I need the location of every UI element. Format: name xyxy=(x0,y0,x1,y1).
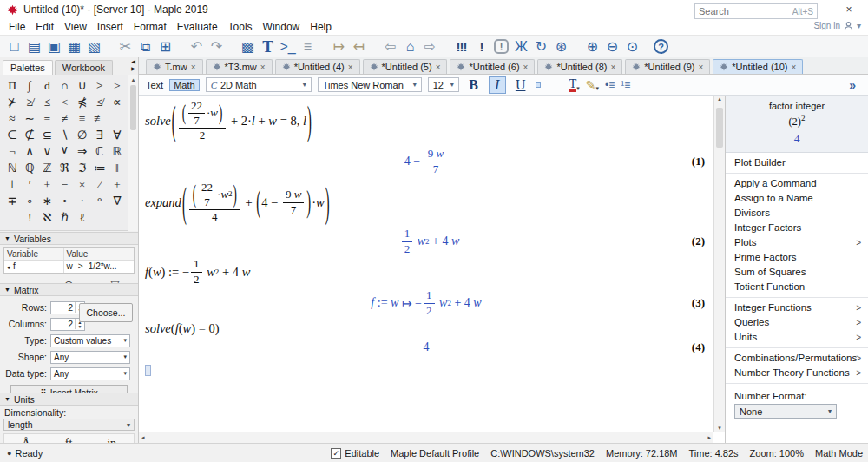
palette-symbol[interactable]: ⇒ xyxy=(74,143,91,160)
help-icon[interactable]: ? xyxy=(654,39,668,54)
palette-symbol[interactable]: ℝ xyxy=(108,143,126,160)
palette-symbol[interactable]: ⊥ xyxy=(3,176,21,193)
palette-symbol[interactable]: ∖ xyxy=(56,127,73,143)
new-document-icon[interactable]: □ xyxy=(4,36,24,56)
value-column-header[interactable]: Value xyxy=(64,248,134,260)
palette-symbol[interactable]: ≰ xyxy=(91,94,108,110)
context-menu-item[interactable]: Number Theory Functions > xyxy=(726,366,868,380)
numbered-list-button[interactable]: ¹≡ xyxy=(621,79,630,91)
palette-symbol[interactable]: ∫ xyxy=(21,77,38,94)
undo-icon[interactable]: ↶ xyxy=(187,36,207,56)
palette-symbol[interactable]: ⊻ xyxy=(56,143,73,160)
execute-group-icon[interactable]: ▩ xyxy=(238,36,258,56)
palette-symbol[interactable]: ≠ xyxy=(56,110,73,127)
palette-symbol[interactable]: ± xyxy=(108,176,126,193)
context-menu-item[interactable]: Apply a Command xyxy=(726,176,868,191)
context-menu-item[interactable]: Plots > xyxy=(726,235,868,250)
palette-symbol[interactable]: ⋅ xyxy=(74,193,91,209)
scroll-left-icon[interactable]: ◂ xyxy=(141,434,145,441)
collapse-left-icon[interactable]: ◀ xyxy=(131,58,135,64)
context-menu-item[interactable]: Plot Builder xyxy=(726,155,868,170)
context-menu-item[interactable]: Combinations/Permutations > xyxy=(726,351,868,366)
menu-item[interactable]: Help xyxy=(305,20,337,34)
indent-icon[interactable]: ↦ xyxy=(329,36,349,56)
palette-symbol[interactable]: ∪ xyxy=(74,77,91,94)
align-center-button[interactable] xyxy=(547,82,552,88)
palette-symbol[interactable]: ∨ xyxy=(38,143,56,160)
menu-item[interactable]: File xyxy=(3,20,30,34)
bullet-list-button[interactable]: •≡ xyxy=(605,79,615,91)
math-mode-button[interactable]: Math xyxy=(169,79,199,91)
tab-palettes[interactable]: Palettes xyxy=(3,60,53,75)
palette-symbol[interactable] xyxy=(108,209,126,226)
palette-symbol[interactable]: ℂ xyxy=(91,143,108,160)
close-button[interactable]: × xyxy=(830,0,868,19)
palette-symbol[interactable]: ¬ xyxy=(3,143,21,160)
execute-icon[interactable]: ! xyxy=(471,36,491,56)
context-menu-item[interactable]: Divisors xyxy=(726,206,868,221)
context-menu-item[interactable]: Prime Factors xyxy=(726,250,868,265)
palette-symbol[interactable]: ∩ xyxy=(56,77,73,94)
palette-symbol[interactable]: ∀ xyxy=(108,127,126,143)
palette-symbol[interactable]: ∅ xyxy=(74,127,91,143)
palette-symbol[interactable]: ℜ xyxy=(56,160,73,176)
palette-symbol[interactable]: ℤ xyxy=(38,160,56,176)
palette-symbol[interactable]: − xyxy=(56,176,73,193)
palette-symbol[interactable]: ≢ xyxy=(91,110,108,127)
palette-symbol[interactable]: ! xyxy=(21,209,38,226)
menu-item[interactable]: Edit xyxy=(30,20,59,34)
forward-icon[interactable]: ⇨ xyxy=(420,36,440,56)
restart-icon[interactable]: ↻ xyxy=(531,36,551,56)
palette-scrollbar[interactable]: ▴ xyxy=(128,75,138,231)
tab-close-icon[interactable]: × xyxy=(191,63,196,72)
math-input-2[interactable]: expand((227·w2)4 + (4 − 9 w7)·w) xyxy=(139,177,713,228)
palette-symbol[interactable]: × xyxy=(74,176,91,193)
palette-symbol[interactable]: ℑ xyxy=(74,160,91,176)
zoom-out-icon[interactable]: ⊖ xyxy=(602,36,622,56)
zoom-in-icon[interactable]: ⊕ xyxy=(582,36,602,56)
bold-button[interactable]: B xyxy=(465,77,483,93)
scroll-right-icon[interactable]: ▸ xyxy=(707,434,711,441)
back-icon[interactable]: ⇦ xyxy=(380,36,400,56)
context-menu-item[interactable]: Units > xyxy=(726,330,868,345)
collapse-right-icon[interactable]: ▶ xyxy=(131,65,135,71)
open-file-icon[interactable]: ▤ xyxy=(24,36,44,56)
palette-symbol[interactable]: ∕ xyxy=(91,176,108,193)
document-tab[interactable]: *Untitled (5) × xyxy=(363,59,448,74)
palette-symbol[interactable]: ∇ xyxy=(108,193,126,209)
palette-symbol[interactable]: ≡ xyxy=(74,110,91,127)
palette-symbol[interactable] xyxy=(3,209,21,226)
zoom-reset-icon[interactable]: ⊙ xyxy=(622,36,642,56)
math-input-1[interactable]: solve((227·w)2 + 2·l + w = 8, l) xyxy=(139,96,713,146)
insert-math-prompt-icon[interactable]: >_ xyxy=(278,36,298,56)
underline-button[interactable]: U xyxy=(512,77,529,93)
interrupt-icon[interactable]: ! xyxy=(494,39,509,54)
choose-button[interactable]: Choose... xyxy=(79,303,133,322)
tab-close-icon[interactable]: × xyxy=(698,63,703,72)
style-select[interactable]: C 2D Math ▾ xyxy=(206,77,312,92)
palette-symbol[interactable]: ≱ xyxy=(21,94,38,110)
italic-button[interactable]: I xyxy=(489,76,506,94)
palette-symbol[interactable]: ℕ xyxy=(3,160,21,176)
scroll-thumb[interactable] xyxy=(130,85,136,130)
align-left-button[interactable] xyxy=(536,82,541,88)
dimensionality-select[interactable]: length ▾ xyxy=(3,419,135,431)
tab-close-icon[interactable]: × xyxy=(523,63,529,72)
palette-symbol[interactable]: + xyxy=(38,176,56,193)
palette-symbol[interactable]: < xyxy=(56,94,73,110)
palette-symbol[interactable] xyxy=(108,110,126,127)
palette-symbol[interactable]: ≔ xyxy=(91,160,108,176)
menu-item[interactable]: Window xyxy=(258,20,306,34)
tab-workbook[interactable]: Workbook xyxy=(55,60,113,75)
palette-symbol[interactable]: • xyxy=(56,193,73,209)
matrix-header[interactable]: ▼ Matrix xyxy=(0,283,138,296)
text-mode-button[interactable]: Text xyxy=(146,80,163,90)
document-tab[interactable]: *Untitled (10) × xyxy=(713,59,803,74)
scroll-thumb[interactable] xyxy=(716,108,723,148)
menu-item[interactable]: Format xyxy=(128,20,172,34)
palette-symbol[interactable]: ′ xyxy=(21,176,38,193)
shape-select[interactable]: Any▾ xyxy=(50,351,130,364)
tab-close-icon[interactable]: × xyxy=(436,63,441,72)
menu-item[interactable]: View xyxy=(59,20,92,34)
font-select[interactable]: Times New Roman ▾ xyxy=(318,77,422,92)
